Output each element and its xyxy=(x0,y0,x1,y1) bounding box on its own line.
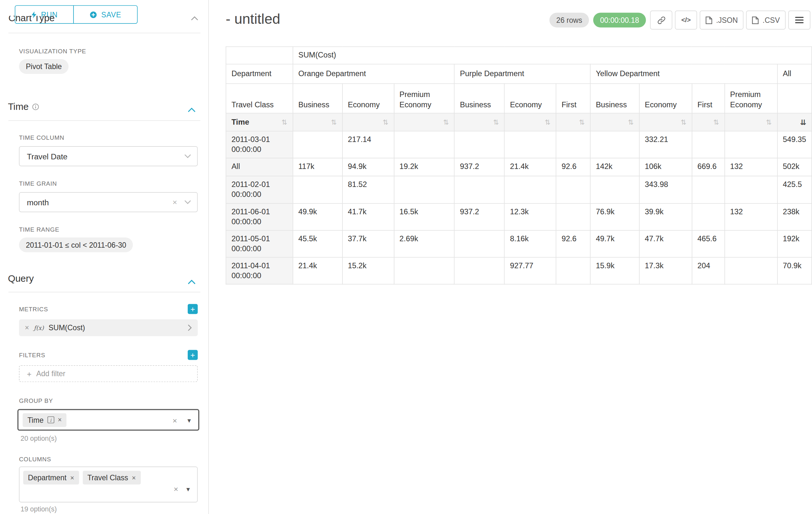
remove-metric-icon[interactable]: × xyxy=(25,324,29,331)
chevron-down-icon xyxy=(184,200,191,204)
export-csv-button[interactable]: .CSV xyxy=(746,10,786,30)
chevron-up-icon[interactable] xyxy=(191,16,198,23)
time-column-select[interactable]: Travel Date xyxy=(19,146,198,166)
group-by-tag-time[interactable]: Time i × xyxy=(23,413,67,427)
pivot-sort-cell[interactable]: ⇅ xyxy=(692,113,725,131)
export-json-button[interactable]: .JSON xyxy=(700,10,744,30)
pivot-col-dimension-header: Travel Class xyxy=(226,83,293,113)
clear-icon[interactable]: × xyxy=(173,198,177,206)
pivot-sort-cell[interactable]: ⇊ xyxy=(777,113,812,131)
hamburger-icon xyxy=(795,17,803,23)
json-button-label: .JSON xyxy=(716,16,738,24)
pivot-sort-cell[interactable]: ⇅ xyxy=(455,113,504,131)
query-timer-badge: 00:00:00.18 xyxy=(593,12,646,27)
pivot-value-cell: 47.7k xyxy=(639,230,692,257)
pivot-value-cell: 2.69k xyxy=(394,230,455,257)
pivot-sort-cell[interactable]: ⇅ xyxy=(590,113,639,131)
visualization-type-pill[interactable]: Pivot Table xyxy=(19,59,69,74)
pivot-value-cell: 15.2k xyxy=(342,257,394,284)
pivot-value-cell: 117k xyxy=(293,158,342,176)
tag-label: Time xyxy=(27,416,43,424)
pivot-class-header: First xyxy=(692,83,725,113)
pivot-value-cell: 132 xyxy=(725,204,777,230)
sort-icon[interactable]: ⇅ xyxy=(628,119,634,126)
remove-tag-icon[interactable]: × xyxy=(58,416,62,423)
pivot-class-header: Business xyxy=(455,83,504,113)
columns-select[interactable]: Department × Travel Class × × ▾ xyxy=(19,466,198,503)
pivot-value-cell xyxy=(293,131,342,158)
sort-icon[interactable]: ⇅ xyxy=(383,119,388,126)
row-count-badge: 26 rows xyxy=(549,12,589,27)
pivot-value-cell: 669.6 xyxy=(692,158,725,176)
add-filter-dropzone[interactable]: + Add filter xyxy=(19,365,198,382)
pivot-sort-cell[interactable]: ⇅ xyxy=(556,113,590,131)
pivot-value-cell: 92.6 xyxy=(556,158,590,176)
pivot-value-cell xyxy=(504,131,556,158)
chart-type-section-header: Chart Type xyxy=(8,16,200,27)
pivot-value-cell xyxy=(293,176,342,203)
pivot-value-cell xyxy=(394,257,455,284)
pivot-value-cell xyxy=(455,176,504,203)
add-metric-button[interactable]: + xyxy=(188,304,198,314)
sort-icon[interactable]: ⇅ xyxy=(282,119,287,126)
pivot-class-header: Economy xyxy=(342,83,394,113)
query-heading-label: Query xyxy=(8,273,34,285)
columns-tag-department[interactable]: Department × xyxy=(23,470,79,484)
sort-icon[interactable]: ⇅ xyxy=(681,119,687,126)
time-range-pill[interactable]: 2011-01-01 ≤ col < 2011-06-30 xyxy=(19,237,133,252)
metric-option[interactable]: × ƒ(x) SUM(Cost) xyxy=(19,319,198,336)
pivot-department-row: DepartmentOrange DepartmentPurple Depart… xyxy=(226,64,812,84)
chart-menu-button[interactable] xyxy=(788,10,810,30)
pivot-sort-cell[interactable]: ⇅ xyxy=(725,113,777,131)
pivot-value-cell xyxy=(556,257,590,284)
remove-tag-icon[interactable]: × xyxy=(70,474,74,481)
group-by-label: GROUP BY xyxy=(19,397,53,404)
pivot-sort-cell[interactable]: ⇅ xyxy=(639,113,692,131)
pivot-value-cell: 17.3k xyxy=(639,257,692,284)
pivot-value-cell: 132 xyxy=(725,158,777,176)
sort-descending-icon[interactable]: ⇊ xyxy=(800,118,806,126)
pivot-value-cell: 21.4k xyxy=(293,257,342,284)
time-grain-select[interactable]: month × xyxy=(19,192,198,212)
sort-icon[interactable]: ⇅ xyxy=(331,119,337,126)
pivot-value-cell xyxy=(504,176,556,203)
pivot-value-cell: 45.5k xyxy=(293,230,342,257)
view-query-button[interactable]: </> xyxy=(675,10,697,30)
caret-down-icon[interactable]: ▾ xyxy=(186,485,190,492)
sort-icon[interactable]: ⇅ xyxy=(545,119,550,126)
pivot-value-cell: 76.9k xyxy=(590,204,639,230)
caret-down-icon[interactable]: ▾ xyxy=(187,417,191,424)
clear-icon[interactable]: × xyxy=(174,485,178,493)
filters-label: FILTERS xyxy=(19,352,45,358)
sort-icon[interactable]: ⇅ xyxy=(579,119,585,126)
pivot-time-sort-cell[interactable]: Time⇅ xyxy=(226,113,293,131)
chevron-right-icon[interactable] xyxy=(188,324,192,331)
pivot-row-dimension-header: Department xyxy=(226,64,293,84)
pivot-value-cell: 16.5k xyxy=(394,204,455,230)
clear-icon[interactable]: × xyxy=(173,416,177,424)
pivot-sort-cell[interactable]: ⇅ xyxy=(293,113,342,131)
sort-icon[interactable]: ⇅ xyxy=(766,119,772,126)
pivot-value-cell xyxy=(692,176,725,203)
collapse-time-chevron-up-icon[interactable] xyxy=(188,105,196,113)
visualization-type-value: Pivot Table xyxy=(26,62,62,71)
remove-tag-icon[interactable]: × xyxy=(132,474,136,481)
pivot-value-cell: 937.2 xyxy=(455,204,504,230)
pivot-sort-row: Time⇅⇅⇅⇅⇅⇅⇅⇅⇅⇅⇅⇊ xyxy=(226,113,812,131)
collapse-query-chevron-up-icon[interactable] xyxy=(188,277,196,286)
pivot-sort-cell[interactable]: ⇅ xyxy=(394,113,455,131)
group-by-select[interactable]: Time i × × ▾ xyxy=(17,409,199,431)
sort-icon[interactable]: ⇅ xyxy=(713,119,719,126)
pivot-sort-cell[interactable]: ⇅ xyxy=(342,113,394,131)
sort-icon[interactable]: ⇅ xyxy=(443,119,449,126)
columns-tag-travel-class[interactable]: Travel Class × xyxy=(83,470,141,484)
sort-icon[interactable]: ⇅ xyxy=(493,119,499,126)
add-filter-button[interactable]: + xyxy=(188,350,198,360)
pivot-department-header: Orange Department xyxy=(293,64,455,84)
pivot-sort-cell[interactable]: ⇅ xyxy=(504,113,556,131)
pivot-metric-row: SUM(Cost) xyxy=(226,47,812,64)
pivot-value-cell: 41.7k xyxy=(342,204,394,230)
pivot-value-cell: 465.6 xyxy=(692,230,725,257)
share-link-button[interactable] xyxy=(650,10,672,30)
pivot-value-cell xyxy=(455,131,504,158)
